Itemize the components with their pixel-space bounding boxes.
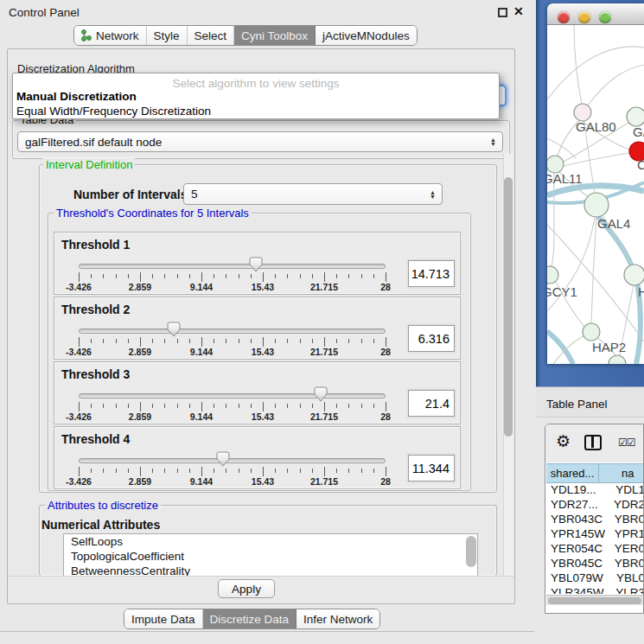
tick-mark	[164, 274, 165, 278]
network-node-h[interactable]	[624, 265, 644, 285]
slider-handle[interactable]	[167, 322, 181, 337]
tick-mark	[189, 339, 190, 343]
table-row[interactable]: YBR043CYBR0	[546, 513, 644, 527]
table-hscrollbar-track[interactable]	[546, 595, 644, 605]
tick-mark	[287, 339, 288, 343]
popup-option-equal-width-frequency[interactable]: Equal Width/Frequency Discretization	[16, 105, 211, 118]
select-columns-checkboxes-icon[interactable]: ☑☑	[618, 437, 635, 449]
threshold-value-field[interactable]: 21.4	[408, 390, 455, 417]
tick-mark	[348, 404, 349, 408]
attribute-item[interactable]: BetweennessCentrality	[64, 564, 477, 577]
table-row[interactable]: YDL19...YDL1	[546, 483, 644, 498]
tick-mark	[239, 469, 239, 473]
tick-label: 28	[380, 411, 391, 422]
number-of-intervals-label: Number of Intervals	[73, 188, 187, 201]
network-node-gal11[interactable]	[547, 156, 564, 173]
tick-label: 15.43	[252, 411, 274, 422]
tab-infer-network[interactable]: Infer Network	[296, 609, 379, 628]
tick-mark	[140, 272, 141, 282]
threshold-label: Threshold 3	[61, 367, 130, 381]
tab-style[interactable]: Style	[147, 26, 188, 45]
tick-mark	[91, 339, 92, 343]
threshold-value-field[interactable]: 6.316	[408, 325, 455, 352]
zoom-traffic-light[interactable]	[599, 11, 611, 23]
tick-label: -3.426	[66, 411, 92, 422]
popup-option-manual-discretization[interactable]: Manual Discretization	[16, 90, 137, 103]
cell-shared-name: YER054C	[546, 542, 610, 557]
close-icon[interactable]: ✕	[513, 4, 524, 18]
tick-mark	[300, 404, 301, 408]
slider-track[interactable]	[79, 458, 386, 463]
network-node-hap2[interactable]	[583, 323, 600, 341]
tick-label: 21.715	[310, 347, 338, 357]
window-bottom-edge	[0, 631, 534, 632]
slider-track[interactable]	[79, 393, 386, 399]
network-node-gcy1[interactable]	[547, 266, 558, 284]
table-row[interactable]: YBL079WYBL0	[546, 571, 644, 586]
slider-track[interactable]	[79, 264, 386, 269]
tab-discretize-data[interactable]: Discretize Data	[203, 609, 297, 628]
float-window-icon[interactable]	[498, 8, 507, 17]
tab-network[interactable]: Network	[74, 26, 147, 45]
attribute-item[interactable]: SelfLoops	[64, 534, 477, 549]
tab-cyni-toolbox-label: Cyni Toolbox	[241, 29, 308, 42]
tick-mark	[287, 274, 288, 278]
tab-select[interactable]: Select	[188, 26, 235, 45]
slider-tick-labels: -3.4262.8599.14415.4321.71528	[79, 282, 386, 291]
settings-scrollbar-thumb[interactable]	[504, 177, 513, 437]
attributes-scrollbar[interactable]	[466, 536, 476, 567]
cell-shared-name: YBR043C	[546, 513, 610, 527]
network-canvas[interactable]: GAL80GACGAL11GAL4GCY1HHAP2	[547, 25, 644, 364]
tick-mark	[214, 469, 214, 473]
attribute-item[interactable]: TopologicalCoefficient	[64, 549, 477, 564]
tick-label: 28	[380, 282, 391, 292]
tick-mark	[239, 339, 239, 343]
gear-icon[interactable]: ⚙	[556, 433, 571, 450]
table-row[interactable]: YPR145WYPR1	[546, 527, 644, 542]
apply-button[interactable]: Apply	[218, 579, 275, 598]
tab-cyni-toolbox[interactable]: Cyni Toolbox	[234, 26, 316, 45]
network-window-titlebar[interactable]	[547, 3, 644, 25]
tick-mark	[79, 337, 80, 347]
tab-impute-data[interactable]: Impute Data	[124, 609, 203, 628]
slider-handle[interactable]	[249, 257, 263, 272]
slider-track[interactable]	[79, 328, 386, 334]
tick-label: 15.43	[252, 347, 274, 357]
network-node-label: GAL4	[597, 216, 630, 231]
column-header-shared-name[interactable]: shared...	[546, 463, 599, 483]
network-node[interactable]	[609, 355, 626, 364]
numerical-attributes-list[interactable]: SelfLoopsTopologicalCoefficientBetweenne…	[63, 533, 478, 577]
network-node-gal80[interactable]	[574, 104, 591, 121]
network-node-ga[interactable]	[627, 107, 644, 126]
tick-mark	[336, 339, 337, 343]
table-hscrollbar-thumb[interactable]	[548, 597, 641, 604]
table-row[interactable]: YLR345WYLR3	[546, 586, 644, 594]
slider-tick-labels: -3.4262.8599.14415.4321.71528	[79, 347, 386, 356]
threshold-value-field[interactable]: 14.713	[408, 260, 455, 287]
network-node-label: GAL11	[547, 171, 583, 186]
tick-mark	[189, 469, 190, 473]
tick-mark	[201, 402, 202, 411]
slider-handle[interactable]	[314, 386, 328, 402]
tick-mark	[128, 404, 129, 408]
tick-label: 28	[380, 476, 391, 487]
tick-mark	[348, 274, 349, 278]
tick-mark	[373, 274, 374, 278]
split-columns-icon[interactable]	[584, 435, 602, 450]
table-data-combobox[interactable]: galFiltered.sif default node ▲▼	[17, 131, 503, 152]
tab-jactivemnodules[interactable]: jActiveMNodules	[316, 26, 417, 45]
tab-infer-network-label: Infer Network	[303, 613, 373, 626]
tick-mark	[275, 339, 276, 343]
tick-mark	[91, 469, 92, 473]
number-of-intervals-combobox[interactable]: 5 ▲▼	[183, 183, 443, 205]
network-node-gal4[interactable]	[584, 193, 609, 217]
table-row[interactable]: YDR27...YDR2	[546, 498, 644, 513]
table-row[interactable]: YER054CYER0	[546, 542, 644, 557]
network-graph[interactable]: GAL80GACGAL11GAL4GCY1HHAP2	[547, 25, 644, 364]
threshold-value-field[interactable]: 11.344	[408, 455, 455, 481]
table-row[interactable]: YBR045CYBR0	[546, 557, 644, 571]
minimize-traffic-light[interactable]	[578, 11, 590, 23]
slider-handle[interactable]	[216, 451, 230, 467]
column-header-name[interactable]: na	[599, 463, 644, 483]
close-traffic-light[interactable]	[558, 11, 570, 23]
